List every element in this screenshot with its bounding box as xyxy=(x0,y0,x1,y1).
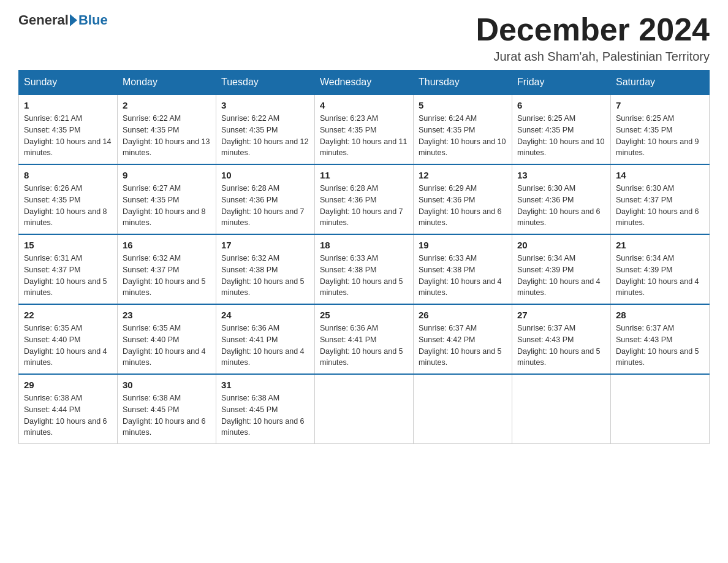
day-number: 31 xyxy=(221,380,309,390)
day-number: 19 xyxy=(419,240,507,250)
day-info: Sunrise: 6:25 AMSunset: 4:35 PMDaylight:… xyxy=(517,113,605,159)
calendar-cell: 12Sunrise: 6:29 AMSunset: 4:36 PMDayligh… xyxy=(414,164,512,234)
day-info: Sunrise: 6:38 AMSunset: 4:44 PMDaylight:… xyxy=(24,393,112,439)
day-number: 4 xyxy=(320,100,408,110)
day-info: Sunrise: 6:25 AMSunset: 4:35 PMDaylight:… xyxy=(616,113,704,159)
calendar-cell: 15Sunrise: 6:31 AMSunset: 4:37 PMDayligh… xyxy=(19,234,118,304)
day-number: 25 xyxy=(320,310,408,320)
day-number: 29 xyxy=(24,380,112,390)
calendar-cell: 4Sunrise: 6:23 AMSunset: 4:35 PMDaylight… xyxy=(315,94,414,164)
month-title: December 2024 xyxy=(476,12,710,47)
day-info: Sunrise: 6:35 AMSunset: 4:40 PMDaylight:… xyxy=(123,323,211,369)
calendar-cell: 26Sunrise: 6:37 AMSunset: 4:42 PMDayligh… xyxy=(414,304,512,374)
calendar-cell: 28Sunrise: 6:37 AMSunset: 4:43 PMDayligh… xyxy=(611,304,710,374)
calendar-cell: 29Sunrise: 6:38 AMSunset: 4:44 PMDayligh… xyxy=(19,374,118,444)
day-info: Sunrise: 6:28 AMSunset: 4:36 PMDaylight:… xyxy=(320,183,408,229)
weekday-header-saturday: Saturday xyxy=(611,71,710,95)
calendar-week-row-3: 15Sunrise: 6:31 AMSunset: 4:37 PMDayligh… xyxy=(19,234,710,304)
day-info: Sunrise: 6:29 AMSunset: 4:36 PMDaylight:… xyxy=(419,183,507,229)
calendar-cell: 27Sunrise: 6:37 AMSunset: 4:43 PMDayligh… xyxy=(512,304,611,374)
day-number: 21 xyxy=(616,240,704,250)
day-number: 18 xyxy=(320,240,408,250)
calendar-cell: 22Sunrise: 6:35 AMSunset: 4:40 PMDayligh… xyxy=(19,304,118,374)
logo-blue-text: Blue xyxy=(78,12,108,28)
day-number: 1 xyxy=(24,100,112,110)
calendar-cell xyxy=(512,374,611,444)
day-number: 3 xyxy=(221,100,309,110)
calendar-cell: 2Sunrise: 6:22 AMSunset: 4:35 PMDaylight… xyxy=(118,94,216,164)
calendar-table: SundayMondayTuesdayWednesdayThursdayFrid… xyxy=(18,70,710,444)
day-number: 22 xyxy=(24,310,112,320)
day-info: Sunrise: 6:37 AMSunset: 4:42 PMDaylight:… xyxy=(419,323,507,369)
calendar-week-row-1: 1Sunrise: 6:21 AMSunset: 4:35 PMDaylight… xyxy=(19,94,710,164)
calendar-cell: 23Sunrise: 6:35 AMSunset: 4:40 PMDayligh… xyxy=(118,304,216,374)
day-info: Sunrise: 6:30 AMSunset: 4:36 PMDaylight:… xyxy=(517,183,605,229)
calendar-cell xyxy=(611,374,710,444)
calendar-cell: 8Sunrise: 6:26 AMSunset: 4:35 PMDaylight… xyxy=(19,164,118,234)
calendar-cell: 21Sunrise: 6:34 AMSunset: 4:39 PMDayligh… xyxy=(611,234,710,304)
day-info: Sunrise: 6:26 AMSunset: 4:35 PMDaylight:… xyxy=(24,183,112,229)
calendar-cell: 11Sunrise: 6:28 AMSunset: 4:36 PMDayligh… xyxy=(315,164,414,234)
day-number: 24 xyxy=(221,310,309,320)
day-info: Sunrise: 6:22 AMSunset: 4:35 PMDaylight:… xyxy=(123,113,211,159)
page-header: General Blue December 2024 Jurat ash Sha… xyxy=(18,12,710,64)
calendar-cell: 9Sunrise: 6:27 AMSunset: 4:35 PMDaylight… xyxy=(118,164,216,234)
day-info: Sunrise: 6:32 AMSunset: 4:38 PMDaylight:… xyxy=(221,253,309,299)
calendar-cell: 14Sunrise: 6:30 AMSunset: 4:37 PMDayligh… xyxy=(611,164,710,234)
weekday-header-thursday: Thursday xyxy=(414,71,512,95)
day-number: 12 xyxy=(419,170,507,180)
day-info: Sunrise: 6:34 AMSunset: 4:39 PMDaylight:… xyxy=(616,253,704,299)
calendar-week-row-4: 22Sunrise: 6:35 AMSunset: 4:40 PMDayligh… xyxy=(19,304,710,374)
day-number: 7 xyxy=(616,100,704,110)
day-info: Sunrise: 6:34 AMSunset: 4:39 PMDaylight:… xyxy=(517,253,605,299)
calendar-cell xyxy=(315,374,414,444)
calendar-cell: 6Sunrise: 6:25 AMSunset: 4:35 PMDaylight… xyxy=(512,94,611,164)
day-number: 16 xyxy=(123,240,211,250)
calendar-week-row-2: 8Sunrise: 6:26 AMSunset: 4:35 PMDaylight… xyxy=(19,164,710,234)
day-number: 14 xyxy=(616,170,704,180)
calendar-cell: 30Sunrise: 6:38 AMSunset: 4:45 PMDayligh… xyxy=(118,374,216,444)
day-number: 17 xyxy=(221,240,309,250)
calendar-cell: 1Sunrise: 6:21 AMSunset: 4:35 PMDaylight… xyxy=(19,94,118,164)
title-section: December 2024 Jurat ash Sham'ah, Palesti… xyxy=(476,12,710,64)
weekday-header-sunday: Sunday xyxy=(19,71,118,95)
weekday-header-wednesday: Wednesday xyxy=(315,71,414,95)
calendar-cell: 5Sunrise: 6:24 AMSunset: 4:35 PMDaylight… xyxy=(414,94,512,164)
calendar-week-row-5: 29Sunrise: 6:38 AMSunset: 4:44 PMDayligh… xyxy=(19,374,710,444)
calendar-cell: 25Sunrise: 6:36 AMSunset: 4:41 PMDayligh… xyxy=(315,304,414,374)
day-number: 9 xyxy=(123,170,211,180)
logo-arrow-icon xyxy=(70,14,77,26)
day-info: Sunrise: 6:36 AMSunset: 4:41 PMDaylight:… xyxy=(320,323,408,369)
day-number: 15 xyxy=(24,240,112,250)
calendar-cell: 13Sunrise: 6:30 AMSunset: 4:36 PMDayligh… xyxy=(512,164,611,234)
calendar-cell: 18Sunrise: 6:33 AMSunset: 4:38 PMDayligh… xyxy=(315,234,414,304)
logo: General Blue xyxy=(18,12,108,28)
day-info: Sunrise: 6:35 AMSunset: 4:40 PMDaylight:… xyxy=(24,323,112,369)
day-info: Sunrise: 6:36 AMSunset: 4:41 PMDaylight:… xyxy=(221,323,309,369)
calendar-cell: 7Sunrise: 6:25 AMSunset: 4:35 PMDaylight… xyxy=(611,94,710,164)
day-number: 6 xyxy=(517,100,605,110)
day-number: 2 xyxy=(123,100,211,110)
weekday-header-tuesday: Tuesday xyxy=(216,71,315,95)
day-number: 8 xyxy=(24,170,112,180)
day-number: 23 xyxy=(123,310,211,320)
day-info: Sunrise: 6:38 AMSunset: 4:45 PMDaylight:… xyxy=(123,393,211,439)
day-info: Sunrise: 6:23 AMSunset: 4:35 PMDaylight:… xyxy=(320,113,408,159)
calendar-cell: 20Sunrise: 6:34 AMSunset: 4:39 PMDayligh… xyxy=(512,234,611,304)
day-number: 13 xyxy=(517,170,605,180)
day-info: Sunrise: 6:22 AMSunset: 4:35 PMDaylight:… xyxy=(221,113,309,159)
weekday-header-friday: Friday xyxy=(512,71,611,95)
day-number: 30 xyxy=(123,380,211,390)
day-info: Sunrise: 6:33 AMSunset: 4:38 PMDaylight:… xyxy=(419,253,507,299)
day-info: Sunrise: 6:28 AMSunset: 4:36 PMDaylight:… xyxy=(221,183,309,229)
weekday-header-row: SundayMondayTuesdayWednesdayThursdayFrid… xyxy=(19,71,710,95)
day-number: 27 xyxy=(517,310,605,320)
day-number: 28 xyxy=(616,310,704,320)
day-info: Sunrise: 6:33 AMSunset: 4:38 PMDaylight:… xyxy=(320,253,408,299)
calendar-cell: 10Sunrise: 6:28 AMSunset: 4:36 PMDayligh… xyxy=(216,164,315,234)
calendar-cell: 24Sunrise: 6:36 AMSunset: 4:41 PMDayligh… xyxy=(216,304,315,374)
day-info: Sunrise: 6:37 AMSunset: 4:43 PMDaylight:… xyxy=(616,323,704,369)
calendar-cell: 17Sunrise: 6:32 AMSunset: 4:38 PMDayligh… xyxy=(216,234,315,304)
day-number: 10 xyxy=(221,170,309,180)
calendar-cell: 16Sunrise: 6:32 AMSunset: 4:37 PMDayligh… xyxy=(118,234,216,304)
